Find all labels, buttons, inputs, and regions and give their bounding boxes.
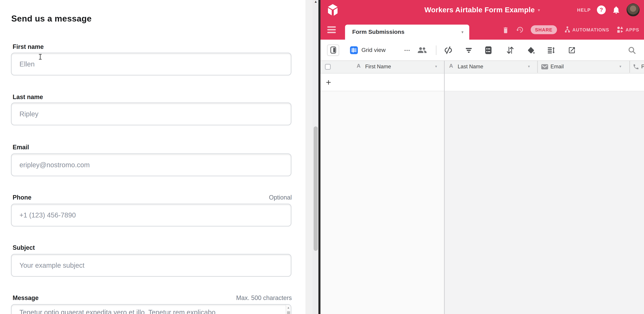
tab-form-submissions[interactable]: Form Submissions ▾ [345,25,469,40]
automations-icon [564,26,570,34]
first-name-input[interactable]: Ellen [11,53,292,76]
form-heading: Send us a message [11,14,92,24]
column-caret-icon[interactable]: ▾ [528,64,530,69]
help-question-icon[interactable]: ? [597,6,606,14]
phone-label: Phone [13,194,32,201]
scroll-up-icon[interactable]: ▲ [287,306,290,309]
notifications-bell-icon[interactable] [612,6,620,14]
select-all-checkbox[interactable] [325,64,331,70]
share-view-icon[interactable] [568,46,576,54]
view-options-ellipsis-button[interactable]: ••• [404,48,410,52]
app-logo-icon[interactable] [326,3,340,17]
base-title-caret-icon[interactable]: ▾ [538,7,540,13]
last-name-label: Last name [13,94,43,101]
phone-field[interactable]: +1 (123) 456-7890 [11,204,292,226]
last-name-input[interactable]: Ripley [11,103,292,125]
collaborators-icon[interactable] [418,46,427,54]
user-avatar[interactable] [626,4,640,17]
window-edge-divider [318,0,320,314]
message-maxchars-note: Max. 500 characters [236,294,292,302]
message-scrollbar[interactable]: ▲ [286,305,291,314]
base-history-icon[interactable] [516,26,523,34]
views-sidebar-toggle-button[interactable] [327,44,339,56]
email-label: Email [13,144,29,151]
grid-view-icon[interactable] [350,46,358,54]
primary-column-divider [444,61,444,314]
column-caret-icon[interactable]: ▾ [620,64,621,69]
message-label: Message [13,294,38,302]
page-scrollbar[interactable]: ▲ [306,0,318,314]
phone-field-type-icon [633,64,639,70]
add-row-row[interactable]: + [320,73,644,91]
subject-field[interactable]: Your example subject [11,254,292,277]
column-caret-icon[interactable]: ▾ [435,64,437,69]
view-toolbar: Grid view ••• [320,40,644,61]
text-cursor-icon [38,54,42,60]
group-icon[interactable] [485,46,492,54]
text-field-type-icon: A [357,63,360,69]
subject-label: Subject [13,244,35,251]
column-separator [537,61,538,73]
tab-caret-icon[interactable]: ▾ [462,30,464,35]
trash-icon[interactable] [502,26,509,33]
airtable-tabbar: Form Submissions ▾ SHARE [320,20,644,40]
phone-placeholder: +1 (123) 456-7890 [20,211,76,219]
subject-placeholder: Your example subject [20,261,84,269]
column-separator [629,61,630,73]
sort-icon[interactable] [506,46,514,54]
email-field-type-icon [541,64,548,69]
view-name-label[interactable]: Grid view [362,47,386,54]
airtable-topbar: Workers Airtable Form Example ▾ HELP ? [320,0,644,20]
message-text: Tenetur optio quaerat expedita vero et i… [20,308,216,314]
page-scrollbar-thumb[interactable] [314,126,318,251]
scroll-up-icon[interactable]: ▲ [314,0,318,4]
message-textarea[interactable]: Tenetur optio quaerat expedita vero et i… [11,304,292,314]
share-button[interactable]: SHARE [530,25,557,34]
apps-icon [616,26,624,34]
email-placeholder: eripley@nostromo.com [20,161,90,169]
page-scrollbar-track[interactable]: ▲ [312,0,318,314]
phone-optional-note: Optional [269,194,292,201]
sidebar-toggle-icon [330,47,336,54]
grid-header-row: A First Name ▾ A Last Name ▾ Email ▾ P [320,61,644,73]
text-field-type-icon: A [449,63,453,69]
first-name-label: First name [13,43,44,51]
search-icon[interactable] [628,46,636,54]
airtable-window: Workers Airtable Form Example ▾ HELP ? F… [320,0,644,314]
active-table-name: Form Submissions [352,29,404,36]
first-name-placeholder: Ellen [20,60,35,68]
color-icon[interactable] [527,46,535,54]
grid-empty-area-left [320,91,444,314]
apps-button[interactable]: APPS [616,26,639,34]
hide-fields-icon[interactable] [444,46,452,54]
message-scrollbar-thumb[interactable] [287,311,290,314]
email-field[interactable]: eripley@nostromo.com [11,153,292,176]
filter-icon[interactable] [465,46,473,54]
row-height-icon[interactable] [547,46,555,54]
add-row-plus-icon[interactable]: + [326,77,331,88]
grid-empty-area-right [444,91,644,314]
automations-button[interactable]: AUTOMATIONS [564,26,609,34]
hamburger-menu-icon[interactable] [327,26,336,33]
column-header-last-name[interactable]: Last Name [458,64,483,70]
base-title[interactable]: Workers Airtable Form Example [424,6,535,14]
column-header-phone[interactable]: P [641,64,644,70]
toolbar-divider [436,46,436,55]
last-name-placeholder: Ripley [20,110,38,118]
help-button[interactable]: HELP [577,7,591,13]
column-header-email[interactable]: Email [550,64,564,70]
contact-form-pane: Send us a message First name Ellen Last … [0,0,318,314]
column-header-first-name[interactable]: First Name [365,64,391,70]
